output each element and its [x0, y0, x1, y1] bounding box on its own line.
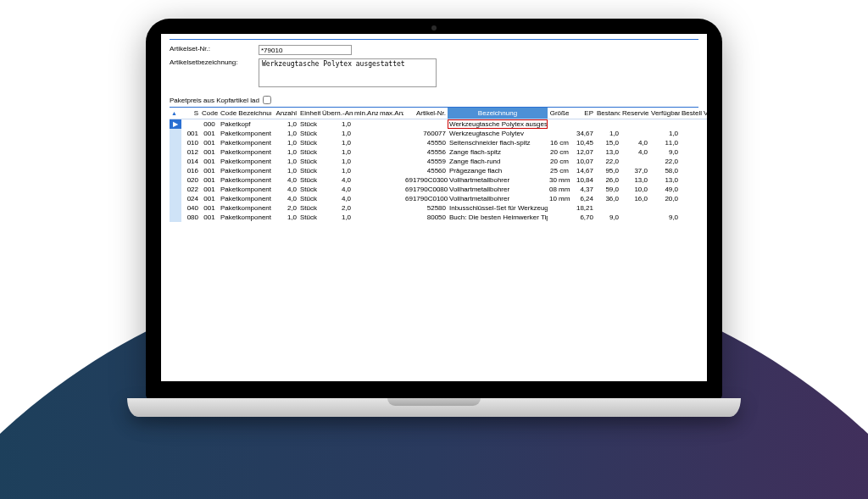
checkbox-paketpreis[interactable]	[263, 96, 271, 104]
cell-bestand: 15,0	[595, 138, 620, 147]
cell-code: 001	[200, 129, 219, 138]
cell-s: 020	[181, 175, 200, 185]
cell-verf1: 22,0	[649, 157, 680, 166]
cell-reserviert: 4,0	[620, 147, 649, 157]
cell-anzahl: 4,0	[271, 175, 298, 185]
cell-min-anz	[353, 129, 378, 138]
col-bestellt[interactable]: Bestellt	[680, 108, 702, 119]
cell-bestand	[595, 203, 620, 213]
cell-bestellt	[680, 185, 702, 194]
table-row[interactable]: 014001Paketkomponente1,0Stück1,045559Zan…	[170, 157, 707, 166]
grid-header-row[interactable]: ▲ S Code Code Bezeichnung Anzahl Einheit…	[170, 108, 707, 119]
cell-anzahl: 1,0	[271, 129, 298, 138]
row-selector-cell[interactable]	[170, 129, 181, 138]
cell-groesse	[548, 119, 571, 130]
cell-artikel-nr: 760077	[403, 129, 448, 138]
cell-s: 080	[181, 213, 200, 222]
table-row[interactable]: 080001Paketkomponente1,0Stück1,080050Buc…	[170, 213, 707, 222]
label-artikelset-nr: Artikelset-Nr.:	[170, 45, 259, 53]
cell-artikel-nr	[403, 119, 448, 130]
cell-code: 001	[200, 213, 219, 222]
col-groesse[interactable]: Größe	[548, 108, 571, 119]
row-selector-cell[interactable]	[170, 175, 181, 185]
cell-bestellt	[680, 175, 702, 185]
cell-einheit: Stück	[298, 147, 320, 157]
col-min-anz[interactable]: min.Anz.	[353, 108, 378, 119]
col-ep[interactable]: EP	[571, 108, 595, 119]
col-artikel-nr[interactable]: Artikel-Nr.	[403, 108, 448, 119]
cell-reserviert: 13,0	[620, 175, 649, 185]
col-einheit[interactable]: Einheit	[298, 108, 320, 119]
col-bestand[interactable]: Bestand	[595, 108, 620, 119]
col-code-bez[interactable]: Code Bezeichnung	[219, 108, 271, 119]
cell-bestellt	[680, 129, 702, 138]
input-artikelset-bez[interactable]	[259, 58, 437, 87]
table-row[interactable]: 001001Paketkomponente1,0Stück1,0760077We…	[170, 129, 707, 138]
col-selector[interactable]: ▲	[170, 108, 181, 119]
table-row[interactable]: 024001Paketkomponente4,0Stück4,0691790C0…	[170, 194, 707, 203]
row-selector-cell[interactable]: ▶	[170, 119, 181, 130]
cell-reserviert	[620, 157, 649, 166]
cell-verf1: 49,0	[649, 185, 680, 194]
label-paketpreis-check: Paketpreis aus Kopfartikel lad	[170, 97, 259, 104]
cell-verf1: 1,0	[649, 129, 680, 138]
col-verf[interactable]: Verfü	[702, 108, 707, 119]
table-row[interactable]: 010001Paketkomponente1,0Stück1,045550Sei…	[170, 138, 707, 147]
cell-ep: 10,84	[571, 175, 595, 185]
cell-code-bez: Paketkomponente	[219, 213, 271, 222]
col-anzahl[interactable]: Anzahl	[271, 108, 298, 119]
cell-code: 000	[200, 119, 219, 130]
col-verf1[interactable]: Verfügbar 1	[649, 108, 680, 119]
table-row[interactable]: 020001Paketkomponente4,0Stück4,0691790C0…	[170, 175, 707, 185]
label-artikelset-bez: Artikelsetbezeichnung:	[170, 58, 259, 66]
cell-anzahl: 2,0	[271, 203, 298, 213]
cell-artikel-nr: 691790C0300	[403, 175, 448, 185]
cell-einheit: Stück	[298, 138, 320, 147]
cell-s: 012	[181, 147, 200, 157]
cell-bezeichnung: Zange flach-rund	[448, 157, 548, 166]
col-max-anz[interactable]: max.Anz.	[378, 108, 403, 119]
row-selector-cell[interactable]	[170, 194, 181, 203]
cell-s: 024	[181, 194, 200, 203]
row-selector-cell[interactable]	[170, 166, 181, 175]
row-selector-cell[interactable]	[170, 213, 181, 222]
cell-verf	[702, 119, 707, 130]
table-row[interactable]: 012001Paketkomponente1,0Stück1,045556Zan…	[170, 147, 707, 157]
cell-uebern-anz: 4,0	[320, 185, 353, 194]
laptop-mockup: Artikelset-Nr.: Artikelsetbezeichnung: P…	[127, 19, 741, 451]
col-uebern-anz[interactable]: Übern.-Anz	[320, 108, 353, 119]
divider-top	[170, 39, 698, 40]
cell-min-anz	[353, 166, 378, 175]
table-row[interactable]: 040001Paketkomponente2,0Stück2,052580Inb…	[170, 203, 707, 213]
cell-verf	[702, 194, 707, 203]
row-selector-cell[interactable]	[170, 157, 181, 166]
cell-uebern-anz: 1,0	[320, 138, 353, 147]
row-selector-cell[interactable]	[170, 185, 181, 194]
cell-anzahl: 4,0	[271, 194, 298, 203]
cell-groesse: 30 mm	[548, 175, 571, 185]
table-row[interactable]: 022001Paketkomponente4,0Stück4,0691790C0…	[170, 185, 707, 194]
cell-verf	[702, 157, 707, 166]
cell-min-anz	[353, 203, 378, 213]
table-row[interactable]: 016001Paketkomponente1,0Stück1,045560Prä…	[170, 166, 707, 175]
input-artikelset-nr[interactable]	[259, 45, 352, 55]
col-code[interactable]: Code	[200, 108, 219, 119]
row-selector-cell[interactable]	[170, 138, 181, 147]
col-reserviert[interactable]: Reserviert	[620, 108, 649, 119]
data-grid[interactable]: ▲ S Code Code Bezeichnung Anzahl Einheit…	[170, 108, 707, 222]
cell-groesse: 08 mm	[548, 185, 571, 194]
cell-bestellt	[680, 138, 702, 147]
laptop-bezel: Artikelset-Nr.: Artikelsetbezeichnung: P…	[146, 19, 722, 400]
cell-anzahl: 1,0	[271, 157, 298, 166]
table-row[interactable]: ▶000Paketkopf1,0Stück1,0Werkzeugtasche P…	[170, 119, 707, 130]
col-s[interactable]: S	[181, 108, 200, 119]
row-selector-cell[interactable]	[170, 147, 181, 157]
cell-artikel-nr: 691790C0100	[403, 194, 448, 203]
row-selector-cell[interactable]	[170, 203, 181, 213]
cell-einheit: Stück	[298, 119, 320, 130]
cell-code-bez: Paketkomponente	[219, 147, 271, 157]
cell-max-anz	[378, 194, 403, 203]
cell-verf1: 9,0	[649, 213, 680, 222]
cell-min-anz	[353, 147, 378, 157]
col-bezeichnung[interactable]: Bezeichnung	[448, 108, 548, 119]
